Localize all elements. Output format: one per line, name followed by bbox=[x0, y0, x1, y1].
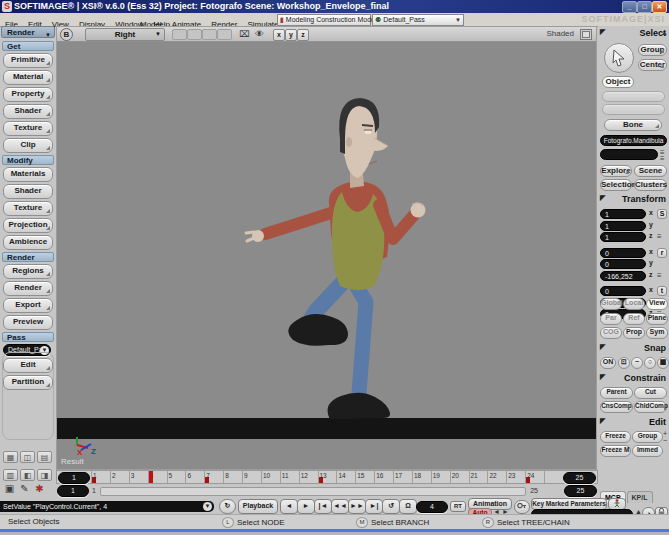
realtime-button[interactable]: RT bbox=[450, 501, 466, 512]
frame-tick-3[interactable]: 3 bbox=[129, 471, 148, 483]
filter-empty-1[interactable] bbox=[602, 91, 665, 102]
frame-tick-5[interactable]: 5 bbox=[167, 471, 186, 483]
frame-tick-24[interactable]: 24 bbox=[525, 471, 544, 483]
command-field[interactable]: SetValue "PlayControl.Current", 4 ▼ bbox=[0, 501, 214, 512]
viewport-letter-button[interactable]: B bbox=[60, 28, 73, 41]
transform-t-x-field[interactable]: 0 bbox=[600, 286, 646, 296]
play-backward-button[interactable]: ◄◄ bbox=[331, 499, 349, 514]
go-to-end-button[interactable]: ►| bbox=[365, 499, 383, 514]
loop-button[interactable]: ↺ bbox=[382, 499, 400, 514]
ambience-button[interactable]: Ambience bbox=[3, 235, 53, 250]
property-button[interactable]: Property bbox=[3, 87, 53, 102]
mode-cog-button[interactable]: COG bbox=[600, 327, 622, 339]
viewport-canvas[interactable]: X Z Result bbox=[57, 41, 596, 469]
timeline-end-field[interactable]: 25 bbox=[563, 472, 596, 484]
render-button[interactable]: Render bbox=[3, 281, 53, 296]
frame-tick-12[interactable]: 12 bbox=[299, 471, 318, 483]
constrain-cnscomp-button[interactable]: CnsComp bbox=[600, 401, 633, 413]
mode-plane-button[interactable]: Plane bbox=[646, 313, 668, 325]
transform-t-button[interactable]: t bbox=[657, 286, 667, 296]
edit-group-button[interactable]: Group bbox=[632, 431, 663, 443]
viewport-memo-cam-4[interactable] bbox=[217, 29, 232, 40]
go-to-start-button[interactable]: |◄ bbox=[314, 499, 332, 514]
material-button[interactable]: Material bbox=[3, 70, 53, 85]
audio-mute-button[interactable]: Ω bbox=[399, 499, 417, 514]
mode-local-button[interactable]: Local bbox=[623, 298, 645, 310]
chevron-down-icon[interactable]: ▼ bbox=[203, 502, 212, 511]
layout-quad-button[interactable]: ▦ bbox=[3, 451, 18, 463]
viewport-b[interactable]: B Right ▼ ⌧ 👁 x y z Shaded bbox=[56, 26, 597, 470]
playback-menu-button[interactable]: Playback bbox=[238, 499, 278, 514]
curve-snap-icon[interactable]: ~ bbox=[631, 357, 643, 369]
export-button[interactable]: Export bbox=[3, 298, 53, 313]
projection-button[interactable]: Projection bbox=[3, 218, 53, 233]
axis-y-button[interactable]: y bbox=[285, 29, 297, 41]
layout-single-button[interactable]: ◫ bbox=[20, 451, 35, 463]
frame-tick-6[interactable]: 6 bbox=[185, 471, 204, 483]
constrain-parent-button[interactable]: Parent bbox=[600, 387, 633, 399]
frame-tick-8[interactable]: 8 bbox=[223, 471, 242, 483]
spray-icon[interactable]: ✱ bbox=[32, 482, 47, 496]
constrain-cut-button[interactable]: Cut bbox=[634, 387, 667, 399]
frame-tick-7[interactable]: 7 bbox=[204, 471, 223, 483]
viewport-memo-cam-3[interactable] bbox=[202, 29, 217, 40]
edit-freeze-button[interactable]: Freeze bbox=[600, 431, 631, 443]
timeline-start-field[interactable]: 1 bbox=[58, 472, 90, 484]
transform-r-z-field[interactable]: -166,252 bbox=[600, 271, 646, 281]
frame-tick-14[interactable]: 14 bbox=[336, 471, 355, 483]
mode-view-button[interactable]: View bbox=[646, 298, 668, 310]
display-mode-dropdown[interactable]: Shaded bbox=[546, 28, 574, 40]
transform-r-y-field[interactable]: 0 bbox=[600, 259, 646, 269]
viewport-memo-cam-2[interactable] bbox=[187, 29, 202, 40]
frame-tick-21[interactable]: 21 bbox=[469, 471, 488, 483]
minimize-button[interactable]: _ bbox=[622, 1, 637, 13]
frame-tick-2[interactable]: 2 bbox=[110, 471, 129, 483]
frame-tick-23[interactable]: 23 bbox=[506, 471, 525, 483]
plus-icon[interactable]: + bbox=[663, 430, 669, 437]
maximize-button[interactable]: □ bbox=[637, 1, 652, 13]
mode-par-button[interactable]: Par bbox=[600, 313, 622, 325]
group-button[interactable]: Group bbox=[638, 44, 667, 56]
frame-back-button[interactable]: ◄ bbox=[280, 499, 298, 514]
frame-tick-18[interactable]: 18 bbox=[412, 471, 431, 483]
grid-snap-icon[interactable]: ▦ bbox=[657, 357, 669, 369]
edit-freeze-m-button[interactable]: Freeze M bbox=[600, 445, 631, 457]
edit-immed-button[interactable]: Immed bbox=[632, 445, 663, 457]
point-snap-icon[interactable]: ⊡ bbox=[618, 357, 630, 369]
primitive-button[interactable]: Primitive bbox=[3, 53, 53, 68]
frame-tick-25[interactable] bbox=[544, 471, 563, 483]
shader-button[interactable]: Shader bbox=[3, 104, 53, 119]
update-icon[interactable]: ↻ bbox=[219, 499, 236, 514]
regions-button[interactable]: Regions bbox=[3, 264, 53, 279]
transform-s-button[interactable]: S bbox=[657, 209, 667, 219]
bone-filter-button[interactable]: Bone bbox=[604, 119, 662, 131]
select-cursor-button[interactable] bbox=[604, 43, 634, 73]
timeline-ruler[interactable]: 123456789101112131415161718192021222324 bbox=[91, 471, 563, 483]
frame-tick-17[interactable]: 17 bbox=[393, 471, 412, 483]
camera-icon[interactable]: ⌧ bbox=[239, 28, 249, 40]
construction-mode-dropdown[interactable]: ▮ Modeling Construction Mode ▼ bbox=[277, 14, 371, 26]
frame-tick-20[interactable]: 20 bbox=[450, 471, 469, 483]
current-frame-field[interactable]: 4 bbox=[416, 501, 448, 513]
frame-tick-19[interactable]: 19 bbox=[431, 471, 450, 483]
slider-icon[interactable]: ≡ bbox=[657, 271, 667, 281]
pass-selector-dropdown[interactable]: ⚈ Default_Pass ▼ bbox=[372, 14, 464, 26]
scroll-up-icon[interactable]: ▲ bbox=[661, 29, 669, 37]
frame-tick-16[interactable]: 16 bbox=[374, 471, 393, 483]
selection-list-field[interactable] bbox=[600, 149, 658, 160]
viewport-camera-dropdown[interactable]: Right ▼ bbox=[85, 28, 165, 41]
mode-global-button[interactable]: Global bbox=[600, 298, 622, 310]
eye-icon[interactable]: 👁 bbox=[255, 28, 264, 40]
range-end-field[interactable]: 25 bbox=[564, 485, 597, 497]
transform-s-x-field[interactable]: 1 bbox=[600, 209, 646, 219]
viewport-memo-cam-1[interactable] bbox=[172, 29, 187, 40]
slider-icon[interactable]: ≡ bbox=[657, 232, 667, 242]
viewport-resize-icon[interactable] bbox=[580, 29, 592, 40]
playback-range-slider[interactable] bbox=[100, 487, 526, 496]
transform-s-z-field[interactable]: 1 bbox=[600, 232, 646, 242]
wand-icon[interactable]: ✎ bbox=[17, 482, 32, 496]
explore-button[interactable]: Explore bbox=[600, 165, 632, 177]
center-button[interactable]: Center bbox=[638, 59, 667, 71]
frame-tick-9[interactable]: 9 bbox=[242, 471, 261, 483]
frame-tick-15[interactable]: 15 bbox=[355, 471, 374, 483]
